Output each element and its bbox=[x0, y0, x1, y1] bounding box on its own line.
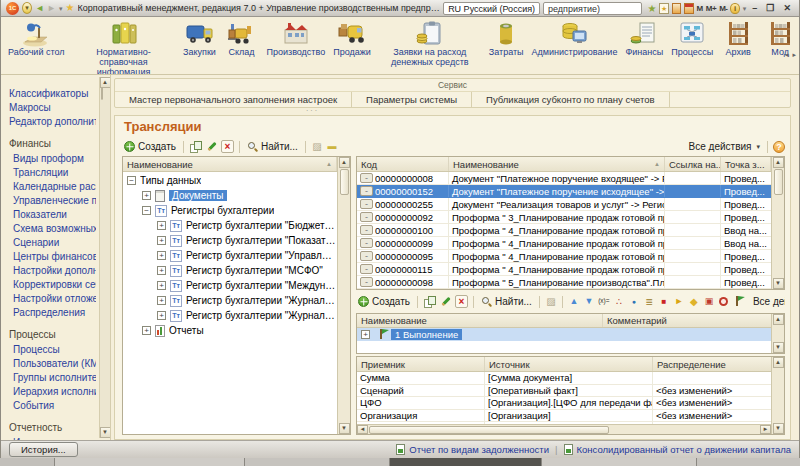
expander-icon[interactable]: + bbox=[157, 266, 166, 275]
settings-icon[interactable] bbox=[718, 295, 730, 308]
all-actions-button[interactable]: Все действия bbox=[751, 296, 785, 307]
tree-node[interactable]: +Регистр бухгалтерии "Международный учет… bbox=[123, 278, 337, 293]
table-row[interactable]: 00000000008Документ "Платежное поручение… bbox=[357, 172, 771, 185]
close-icon[interactable]: ✕ bbox=[780, 3, 794, 13]
delete-icon[interactable] bbox=[455, 295, 468, 308]
tree-node[interactable]: +Регистр бухгалтерии "Журнал проводок (н… bbox=[123, 293, 337, 308]
table-scrollbar[interactable]: ▲ ▼ bbox=[771, 157, 784, 289]
move-down-icon[interactable] bbox=[583, 295, 595, 308]
section-purchases[interactable]: Закупки bbox=[180, 19, 220, 59]
expander-icon[interactable]: − bbox=[127, 176, 136, 185]
expander-icon[interactable]: + bbox=[142, 326, 151, 335]
scroll-down-icon[interactable]: ▼ bbox=[100, 427, 111, 438]
formula-icon[interactable] bbox=[598, 295, 610, 308]
edit-icon[interactable] bbox=[439, 295, 452, 308]
table-row[interactable]: 00000000095Проформа " 4_Планирование про… bbox=[357, 250, 771, 263]
tree-node[interactable]: +Документы bbox=[123, 188, 337, 203]
panel-splitter[interactable]: ··· bbox=[114, 108, 791, 114]
sidebar-item[interactable]: Настройки дополнит... bbox=[9, 264, 96, 278]
sidebar-scrollbar[interactable]: ▲ ▼ bbox=[99, 77, 110, 438]
column-header[interactable]: Код bbox=[357, 157, 449, 171]
table-row[interactable]: + 1 Выполнение bbox=[357, 328, 771, 341]
find-button[interactable]: Найти... bbox=[479, 296, 534, 307]
expander-icon[interactable]: + bbox=[157, 221, 166, 230]
scroll-thumb[interactable] bbox=[340, 169, 349, 195]
expander-icon[interactable]: + bbox=[157, 236, 166, 245]
point-icon[interactable] bbox=[628, 295, 640, 308]
tree-node[interactable]: +Регистр бухгалтерии "Журнал проводок (б… bbox=[123, 308, 337, 323]
column-header[interactable]: Наименование▲ bbox=[449, 157, 665, 171]
expander-icon[interactable]: + bbox=[361, 330, 370, 339]
form-icon[interactable] bbox=[326, 140, 338, 153]
section-processes[interactable]: Процессы bbox=[668, 19, 716, 59]
tree-column-header[interactable]: Наименование▲ bbox=[123, 157, 337, 171]
sidebar-item[interactable]: Источники bbox=[9, 436, 96, 440]
sidebar-item[interactable]: Корректировки себе... bbox=[9, 278, 96, 292]
locale-indicator[interactable]: RU Русский (Россия) bbox=[443, 2, 540, 15]
tree-node[interactable]: +Регистр бухгалтерии "Бюджетирование" bbox=[123, 218, 337, 233]
tree-node[interactable]: −Регистры бухгалтерии bbox=[123, 203, 337, 218]
sidebar-item[interactable]: Настройки отложенн... bbox=[9, 292, 96, 306]
os-taskbar[interactable] bbox=[0, 458, 800, 466]
milestone-icon[interactable] bbox=[688, 295, 700, 308]
scroll-up-icon[interactable]: ▲ bbox=[773, 314, 784, 325]
sidebar-item[interactable]: Трансляции bbox=[9, 166, 96, 180]
scroll-up-icon[interactable]: ▲ bbox=[773, 357, 784, 368]
column-header[interactable]: Комментарий bbox=[603, 314, 771, 327]
section-warehouse[interactable]: Склад bbox=[222, 19, 262, 59]
create-button[interactable]: Создать bbox=[356, 296, 412, 307]
status-window-link[interactable]: Отчет по видам задолженности bbox=[396, 444, 549, 455]
scroll-thumb[interactable] bbox=[101, 87, 103, 100]
expander-icon[interactable]: + bbox=[157, 251, 166, 260]
section-archive[interactable]: Архив bbox=[718, 19, 758, 59]
clear-search-icon[interactable] bbox=[311, 140, 323, 153]
column-header[interactable]: Источник bbox=[485, 357, 653, 371]
column-header[interactable]: Наименование bbox=[357, 314, 603, 327]
sidebar-item[interactable]: Классификаторы bbox=[9, 87, 96, 101]
help-icon[interactable]: ? bbox=[773, 141, 785, 153]
scroll-thumb[interactable] bbox=[774, 169, 783, 195]
tree-node[interactable]: +Регистр бухгалтерии "Управленческий на … bbox=[123, 248, 337, 263]
section-reference[interactable]: Нормативно-справочная информация bbox=[70, 19, 178, 75]
scroll-down-icon[interactable]: ▼ bbox=[773, 423, 784, 434]
structure-icon[interactable] bbox=[613, 295, 625, 308]
section-production[interactable]: Производство bbox=[264, 19, 329, 59]
section-administration[interactable]: Администрирование bbox=[529, 19, 621, 59]
sidebar-item[interactable]: Центры финансовой ... bbox=[9, 250, 96, 264]
tree-scrollbar[interactable]: ▲ ▼ bbox=[337, 157, 350, 434]
service-link[interactable]: Публикация субконто по плану счетов bbox=[472, 92, 670, 107]
info-dropdown-icon[interactable]: ▾ bbox=[743, 5, 747, 12]
sidebar-item[interactable]: Календарные распре... bbox=[9, 180, 96, 194]
minimize-icon[interactable]: – bbox=[749, 3, 760, 13]
tree-node[interactable]: −Типы данных bbox=[123, 173, 337, 188]
subprocess-icon[interactable] bbox=[703, 295, 715, 308]
forward-icon[interactable]: ► bbox=[47, 4, 56, 13]
scroll-right-icon[interactable]: ► bbox=[760, 425, 771, 434]
section-costs[interactable]: Затраты bbox=[486, 19, 527, 59]
find-button[interactable]: Найти... bbox=[245, 141, 300, 152]
tree-node[interactable]: +Регистр бухгалтерии "Показатели" bbox=[123, 233, 337, 248]
horizontal-scrollbar[interactable]: ◄ ► bbox=[357, 424, 771, 434]
favorites-icon[interactable]: ★ bbox=[66, 3, 75, 13]
services-star-icon[interactable]: ★ bbox=[648, 3, 657, 14]
scroll-thumb[interactable] bbox=[369, 426, 609, 434]
scroll-down-icon[interactable]: ▼ bbox=[773, 278, 784, 289]
expander-icon[interactable]: + bbox=[157, 311, 166, 320]
calculator-icon[interactable] bbox=[672, 3, 681, 14]
scroll-up-icon[interactable]: ▲ bbox=[339, 157, 350, 168]
sidebar-item[interactable]: Распределения bbox=[9, 306, 96, 320]
memory-minus-button[interactable]: M- bbox=[719, 4, 727, 13]
copy-icon[interactable] bbox=[423, 295, 436, 308]
table-row[interactable]: 00000000255Документ "Реализация товаров … bbox=[357, 198, 771, 211]
edit-icon[interactable] bbox=[205, 140, 218, 153]
stop-icon[interactable] bbox=[658, 295, 670, 308]
create-button[interactable]: Создать bbox=[122, 141, 178, 152]
table-row[interactable]: Организация[Организация]<без изменений> bbox=[357, 410, 771, 423]
table-scrollbar[interactable]: ▲ ▼ bbox=[771, 314, 784, 353]
expander-icon[interactable]: + bbox=[157, 296, 166, 305]
tree-node[interactable]: +Регистр бухгалтерии "МСФО" bbox=[123, 263, 337, 278]
sidebar-item[interactable]: Показатели bbox=[9, 208, 96, 222]
restore-icon[interactable]: ❐ bbox=[763, 3, 777, 13]
all-actions-button[interactable]: Все действия bbox=[687, 141, 762, 152]
sidebar-item[interactable]: Процессы bbox=[9, 343, 96, 357]
